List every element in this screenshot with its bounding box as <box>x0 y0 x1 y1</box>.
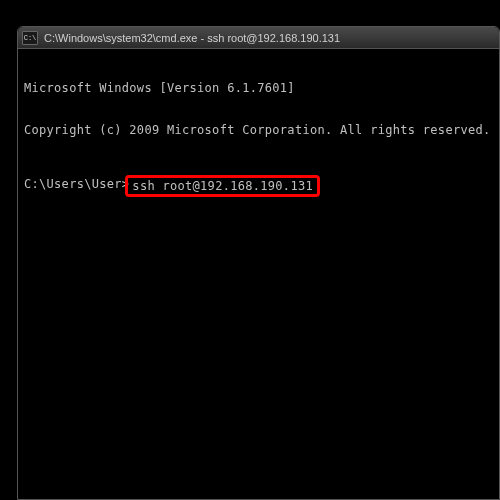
titlebar[interactable]: C:\ C:\Windows\system32\cmd.exe - ssh ro… <box>18 27 499 49</box>
command-highlight: ssh root@192.168.190.131 <box>125 175 320 197</box>
ssh-command: ssh root@192.168.190.131 <box>132 179 313 193</box>
prompt-path: C:\Users\User> <box>24 177 129 199</box>
prompt-line: C:\Users\User>ssh root@192.168.190.131 <box>24 177 493 199</box>
copyright-line: Copyright (c) 2009 Microsoft Corporation… <box>24 123 493 137</box>
cmd-window: C:\ C:\Windows\system32\cmd.exe - ssh ro… <box>17 26 500 500</box>
window-title: C:\Windows\system32\cmd.exe - ssh root@1… <box>44 32 340 44</box>
terminal-area[interactable]: Microsoft Windows [Version 6.1.7601] Cop… <box>18 49 499 499</box>
version-line: Microsoft Windows [Version 6.1.7601] <box>24 81 493 95</box>
cmd-icon: C:\ <box>22 31 38 45</box>
